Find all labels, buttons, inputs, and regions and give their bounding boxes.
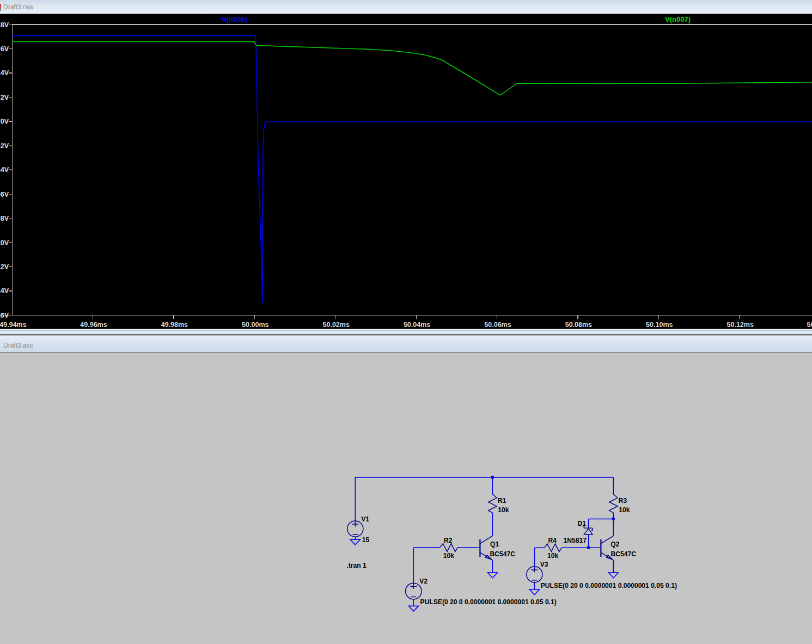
svg-text:50.14ms: 50.14ms [807,321,812,329]
svg-text:V2: V2 [419,578,428,585]
svg-text:10k: 10k [498,506,509,514]
svg-text:10k: 10k [443,552,454,560]
svg-text:PULSE(0 20 0 0.0000001 0.00000: PULSE(0 20 0 0.0000001 0.0000001 0.05 0.… [541,582,677,590]
svg-text:-10V: -10V [0,239,9,247]
svg-text:R1: R1 [498,497,506,505]
svg-text:D1: D1 [578,520,587,527]
svg-text:R4: R4 [548,537,557,544]
svg-text:Q1: Q1 [490,540,499,548]
svg-text:BC547C: BC547C [611,550,637,558]
svg-text:10k: 10k [547,552,558,560]
svg-text:6V: 6V [1,45,9,53]
svg-text:-6V: -6V [0,191,9,198]
svg-text:Draft3.raw: Draft3.raw [3,3,34,11]
svg-text:V1: V1 [361,515,369,523]
svg-text:50.12ms: 50.12ms [727,321,754,329]
svg-text:1N5817: 1N5817 [564,537,587,544]
svg-text:49.98ms: 49.98ms [161,321,188,329]
svg-text:50.06ms: 50.06ms [484,321,511,329]
svg-text:50.08ms: 50.08ms [565,321,592,329]
svg-text:PULSE(0 20 0 0.0000001 0.00000: PULSE(0 20 0 0.0000001 0.0000001 0.05 0.… [420,598,557,606]
svg-text:Draft3.asc: Draft3.asc [3,342,33,349]
svg-text:49.94ms: 49.94ms [0,321,27,329]
svg-text:-12V: -12V [0,263,9,271]
svg-text:0V: 0V [1,118,9,125]
svg-text:V3: V3 [540,561,548,568]
svg-text:Q2: Q2 [610,540,619,548]
svg-text:4V: 4V [1,69,9,77]
svg-text:-16V: -16V [0,312,9,319]
svg-text:R3: R3 [619,497,627,505]
svg-text:-4V: -4V [0,166,9,174]
svg-text:-2V: -2V [0,142,9,150]
svg-text:V(n005): V(n005) [222,15,247,23]
svg-text:-14V: -14V [0,287,9,295]
svg-text:-8V: -8V [0,215,9,222]
svg-text:15: 15 [362,536,370,544]
svg-text:R2: R2 [444,537,453,544]
svg-text:50.10ms: 50.10ms [646,321,673,329]
svg-text:50.04ms: 50.04ms [404,321,430,329]
svg-text:.tran 1: .tran 1 [346,562,367,569]
svg-text:10k: 10k [619,506,630,514]
svg-text:BC547C: BC547C [490,550,516,558]
svg-text:50.02ms: 50.02ms [323,321,350,329]
svg-text:V(n007): V(n007) [665,15,691,23]
svg-text:50.00ms: 50.00ms [242,321,268,329]
svg-text:8V: 8V [1,21,9,29]
svg-text:49.96ms: 49.96ms [80,321,107,329]
svg-text:2V: 2V [1,94,9,101]
